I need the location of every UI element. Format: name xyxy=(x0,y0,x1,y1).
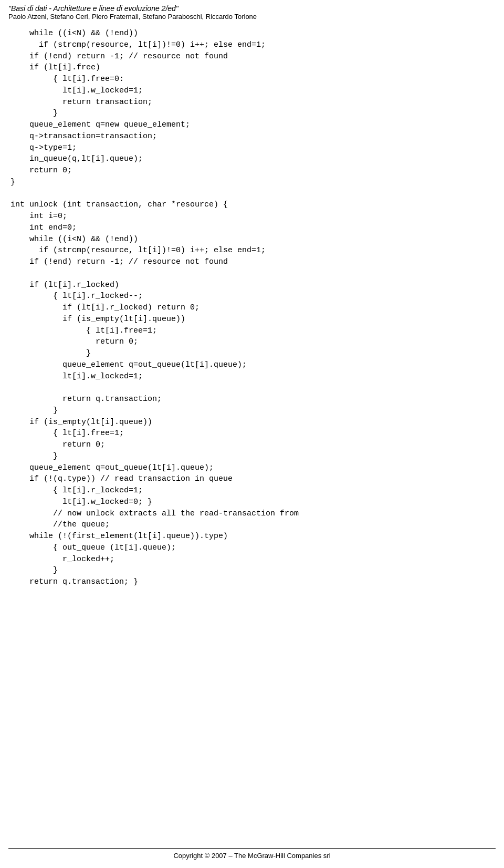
book-title: "Basi di dati - Architetture e linee di … xyxy=(8,4,496,13)
page-footer: Copyright © 2007 – The McGraw-Hill Compa… xyxy=(8,848,496,860)
code-content: while ((i<N) && (!end)) if (strcmp(resou… xyxy=(0,23,504,593)
book-authors: Paolo Atzeni, Stefano Ceri, Piero Frater… xyxy=(8,13,496,20)
page-header: "Basi di dati - Architetture e linee di … xyxy=(0,0,504,23)
